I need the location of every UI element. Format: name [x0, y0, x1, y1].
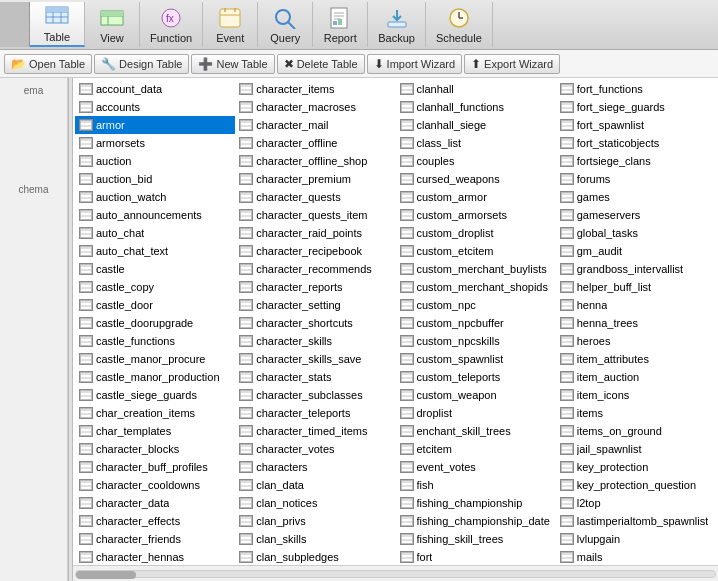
- table-row[interactable]: character_blocks: [75, 440, 235, 458]
- toolbar-item-report[interactable]: Report: [313, 2, 368, 47]
- table-row[interactable]: custom_armor: [396, 188, 556, 206]
- table-row[interactable]: custom_etcitem: [396, 242, 556, 260]
- open-table-button[interactable]: 📂 Open Table: [4, 54, 92, 74]
- table-row[interactable]: character_teleports: [235, 404, 395, 422]
- table-row[interactable]: droplist: [396, 404, 556, 422]
- table-row[interactable]: forums: [556, 170, 716, 188]
- table-row[interactable]: etcitem: [396, 440, 556, 458]
- table-row[interactable]: auto_chat_text: [75, 242, 235, 260]
- table-row[interactable]: character_friends: [75, 530, 235, 548]
- table-row[interactable]: castle_manor_production: [75, 368, 235, 386]
- table-row[interactable]: item_icons: [556, 386, 716, 404]
- table-row[interactable]: clanhall_functions: [396, 98, 556, 116]
- table-row[interactable]: accounts: [75, 98, 235, 116]
- table-row[interactable]: custom_teleports: [396, 368, 556, 386]
- table-row[interactable]: characters: [235, 458, 395, 476]
- table-row[interactable]: character_cooldowns: [75, 476, 235, 494]
- table-row[interactable]: l2top: [556, 494, 716, 512]
- toolbar-item-schedule[interactable]: Schedule: [426, 2, 493, 47]
- table-row[interactable]: custom_npcbuffer: [396, 314, 556, 332]
- table-row[interactable]: grandboss_intervallist: [556, 260, 716, 278]
- table-row[interactable]: character_offline: [235, 134, 395, 152]
- table-row[interactable]: character_timed_items: [235, 422, 395, 440]
- table-row[interactable]: armorsets: [75, 134, 235, 152]
- table-row[interactable]: fortsiege_clans: [556, 152, 716, 170]
- table-row[interactable]: custom_spawnlist: [396, 350, 556, 368]
- table-row[interactable]: castle: [75, 260, 235, 278]
- toolbar-item-query[interactable]: Query: [258, 2, 313, 47]
- table-row[interactable]: custom_weapon: [396, 386, 556, 404]
- table-row[interactable]: custom_npcskills: [396, 332, 556, 350]
- table-row[interactable]: clan_subpledges: [235, 548, 395, 565]
- table-row[interactable]: castle_door: [75, 296, 235, 314]
- design-table-button[interactable]: 🔧 Design Table: [94, 54, 189, 74]
- sidebar-label-chema[interactable]: chema: [16, 182, 50, 197]
- table-row[interactable]: games: [556, 188, 716, 206]
- table-row[interactable]: item_attributes: [556, 350, 716, 368]
- table-row[interactable]: heroes: [556, 332, 716, 350]
- table-row[interactable]: character_recipebook: [235, 242, 395, 260]
- table-row[interactable]: castle_copy: [75, 278, 235, 296]
- table-row[interactable]: character_recommends: [235, 260, 395, 278]
- table-row[interactable]: castle_doorupgrade: [75, 314, 235, 332]
- toolbar-item-view[interactable]: View: [85, 2, 140, 47]
- table-row[interactable]: castle_siege_guards: [75, 386, 235, 404]
- table-row[interactable]: character_raid_points: [235, 224, 395, 242]
- table-row[interactable]: fishing_skill_trees: [396, 530, 556, 548]
- table-row[interactable]: character_offline_shop: [235, 152, 395, 170]
- table-row[interactable]: henna: [556, 296, 716, 314]
- table-row[interactable]: fort_functions: [556, 80, 716, 98]
- table-row[interactable]: key_protection: [556, 458, 716, 476]
- table-row[interactable]: character_skills: [235, 332, 395, 350]
- table-row[interactable]: items: [556, 404, 716, 422]
- table-row[interactable]: castle_manor_procure: [75, 350, 235, 368]
- table-row[interactable]: character_buff_profiles: [75, 458, 235, 476]
- table-row[interactable]: custom_merchant_buylists: [396, 260, 556, 278]
- table-row[interactable]: custom_armorsets: [396, 206, 556, 224]
- table-row[interactable]: character_setting: [235, 296, 395, 314]
- table-row[interactable]: fish: [396, 476, 556, 494]
- table-row[interactable]: character_items: [235, 80, 395, 98]
- table-row[interactable]: event_votes: [396, 458, 556, 476]
- import-wizard-button[interactable]: ⬇ Import Wizard: [367, 54, 462, 74]
- table-row[interactable]: auto_announcements: [75, 206, 235, 224]
- table-row[interactable]: character_hennas: [75, 548, 235, 565]
- toolbar-item-table[interactable]: Table: [30, 2, 85, 47]
- table-row[interactable]: global_tasks: [556, 224, 716, 242]
- table-row[interactable]: char_templates: [75, 422, 235, 440]
- table-row[interactable]: custom_npc: [396, 296, 556, 314]
- table-row[interactable]: character_stats: [235, 368, 395, 386]
- table-row[interactable]: character_reports: [235, 278, 395, 296]
- table-row[interactable]: gm_audit: [556, 242, 716, 260]
- table-row[interactable]: fort_siege_guards: [556, 98, 716, 116]
- table-row[interactable]: lastimperialtomb_spawnlist: [556, 512, 716, 530]
- table-row[interactable]: character_quests_item: [235, 206, 395, 224]
- table-row[interactable]: jail_spawnlist: [556, 440, 716, 458]
- table-row[interactable]: character_skills_save: [235, 350, 395, 368]
- table-row[interactable]: auction_watch: [75, 188, 235, 206]
- table-row[interactable]: item_auction: [556, 368, 716, 386]
- table-row[interactable]: enchant_skill_trees: [396, 422, 556, 440]
- table-row[interactable]: auto_chat: [75, 224, 235, 242]
- table-row[interactable]: character_votes: [235, 440, 395, 458]
- toolbar-item-event[interactable]: Event: [203, 2, 258, 47]
- table-row[interactable]: mails: [556, 548, 716, 565]
- table-row[interactable]: class_list: [396, 134, 556, 152]
- toolbar-item-backup[interactable]: Backup: [368, 2, 426, 47]
- table-row[interactable]: castle_functions: [75, 332, 235, 350]
- sidebar-label-ema[interactable]: ema: [22, 83, 45, 98]
- table-row[interactable]: character_effects: [75, 512, 235, 530]
- table-row[interactable]: character_mail: [235, 116, 395, 134]
- table-row[interactable]: clan_data: [235, 476, 395, 494]
- table-row[interactable]: lvlupgain: [556, 530, 716, 548]
- table-row[interactable]: character_shortcuts: [235, 314, 395, 332]
- export-wizard-button[interactable]: ⬆ Export Wizard: [464, 54, 560, 74]
- table-row[interactable]: fort: [396, 548, 556, 565]
- table-row[interactable]: character_data: [75, 494, 235, 512]
- table-row[interactable]: helper_buff_list: [556, 278, 716, 296]
- table-row[interactable]: gameservers: [556, 206, 716, 224]
- table-row[interactable]: custom_droplist: [396, 224, 556, 242]
- table-row[interactable]: account_data: [75, 80, 235, 98]
- table-row[interactable]: henna_trees: [556, 314, 716, 332]
- table-row[interactable]: clan_privs: [235, 512, 395, 530]
